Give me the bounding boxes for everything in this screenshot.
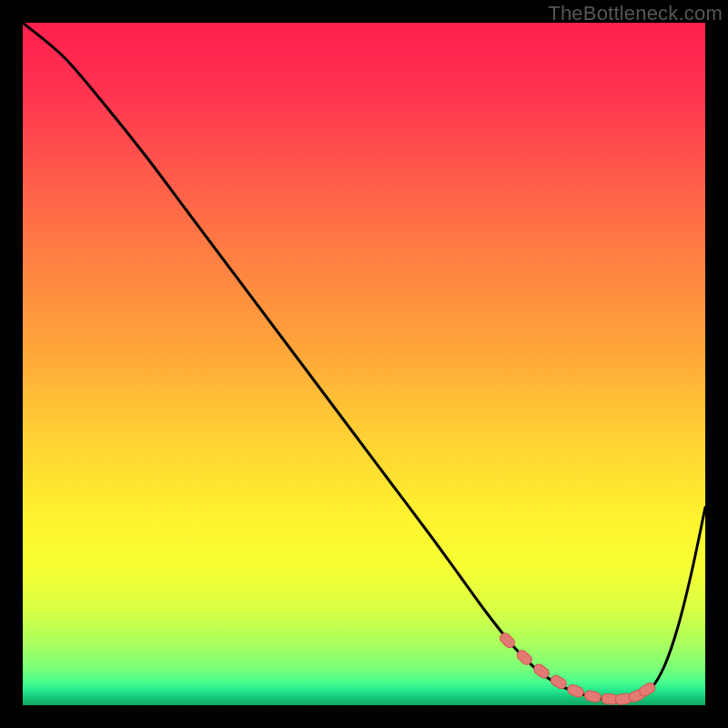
- bottleneck-curve: [23, 23, 705, 700]
- chart-frame: TheBottleneck.com: [0, 0, 728, 728]
- curve-markers: [498, 631, 657, 704]
- watermark-text: TheBottleneck.com: [548, 2, 723, 25]
- marker-pill: [583, 690, 602, 703]
- curve-layer: [23, 23, 705, 705]
- plot-area: [23, 23, 705, 705]
- marker-pill: [566, 683, 585, 699]
